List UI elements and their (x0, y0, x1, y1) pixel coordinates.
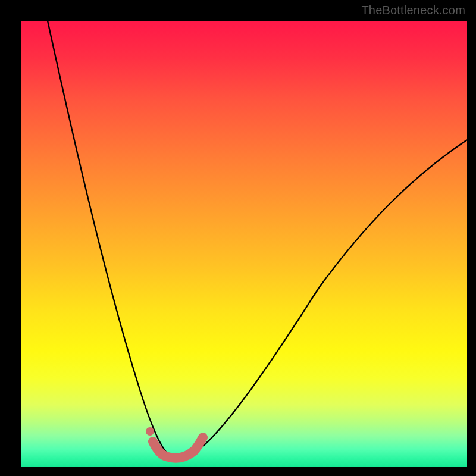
bottleneck-chart (21, 21, 467, 467)
curve-path (48, 21, 467, 458)
bottleneck-curve (21, 21, 467, 467)
watermark-label: TheBottleneck.com (361, 4, 465, 17)
